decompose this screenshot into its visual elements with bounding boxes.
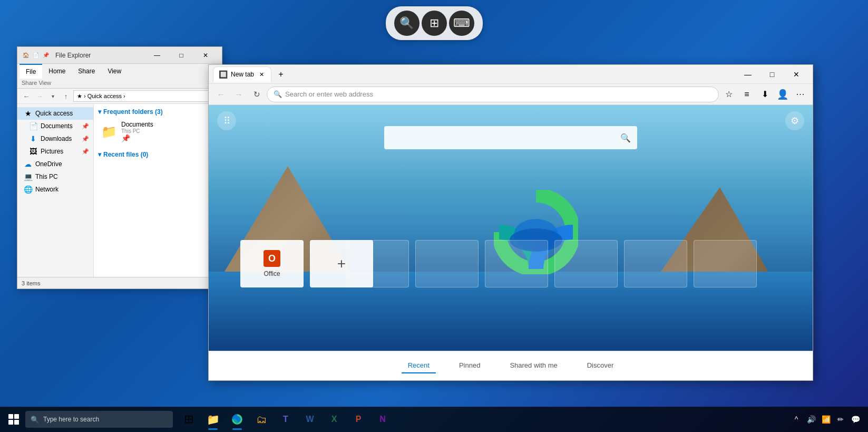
settings-gear-icon: ⚙: [791, 115, 799, 127]
fe-breadcrumb[interactable]: ★ › Quick access ›: [73, 90, 219, 102]
edge-tab-label: New tab: [231, 71, 254, 78]
fe-icon3: 📌: [42, 51, 50, 60]
folder-item-documents[interactable]: 📁 Documents This PC 📌: [98, 119, 218, 145]
edge-titlebar: 🔲 New tab ✕ + — □ ✕: [209, 65, 813, 84]
explorer2-icon: 🗂: [256, 414, 267, 426]
taskbar-powerpoint[interactable]: P: [347, 408, 370, 431]
empty-card-4: [554, 240, 618, 287]
downloads-pin: 📌: [82, 136, 89, 142]
tray-pen[interactable]: ✏: [834, 413, 847, 426]
downloads-icon: ⬇: [29, 135, 37, 143]
sidebar-item-documents[interactable]: 📄 Documents 📌: [17, 120, 93, 132]
edge-forward-button[interactable]: →: [231, 87, 247, 102]
office-letter: O: [268, 253, 276, 264]
fe-body: ★ Quick access 📄 Documents 📌 ⬇ Downloads…: [17, 104, 222, 277]
footer-tab-pinned-label: Pinned: [459, 361, 480, 369]
edge-search-bar[interactable]: 🔍: [384, 126, 637, 149]
collections-button[interactable]: ≡: [739, 87, 755, 102]
teams-icon: T: [283, 415, 288, 424]
taskbar-excel[interactable]: X: [323, 408, 346, 431]
edge-addressbar[interactable]: 🔍 Search or enter web address: [267, 87, 719, 102]
taskbar-search-icon: 🔍: [31, 416, 39, 424]
frequent-chevron: ▾: [98, 108, 101, 116]
fe-forward-button[interactable]: →: [34, 90, 45, 102]
remote-desktop-button[interactable]: ⊞: [422, 11, 447, 36]
fe-close-button[interactable]: ✕: [193, 47, 218, 64]
tray-volume[interactable]: 🔊: [805, 413, 817, 426]
zoom-button[interactable]: 🔍: [394, 11, 420, 36]
edge-back-button[interactable]: ←: [213, 87, 229, 102]
footer-tab-recent[interactable]: Recent: [402, 358, 436, 373]
documents-folder-name: Documents: [121, 121, 153, 128]
taskbar-onenote[interactable]: N: [371, 408, 394, 431]
fe-maximize-button[interactable]: □: [169, 47, 193, 64]
word-icon: W: [306, 415, 314, 424]
floating-toolbar: 🔍 ⊞ ⌨: [386, 6, 483, 40]
sidebar-thispc-label: This PC: [35, 173, 58, 180]
edge-settings-button[interactable]: ⚙: [785, 111, 804, 130]
sidebar-item-pictures[interactable]: 🖼 Pictures 📌: [17, 145, 93, 158]
footer-tab-sharedwithme[interactable]: Shared with me: [503, 358, 563, 373]
recent-chevron: ▾: [98, 151, 101, 158]
documents-icon: 📄: [29, 122, 37, 130]
edge-maximize-button[interactable]: □: [760, 65, 784, 84]
tab-file[interactable]: File: [19, 64, 42, 79]
edge-taskbar-icon: [231, 413, 243, 426]
tray-action-center[interactable]: 💬: [849, 413, 862, 426]
start-button[interactable]: [2, 408, 25, 431]
taskbar-file-explorer[interactable]: 📁: [201, 408, 225, 431]
edge-search-input[interactable]: [391, 133, 616, 142]
edge-new-tab-button[interactable]: +: [274, 67, 288, 82]
tray-network[interactable]: 📶: [820, 413, 832, 426]
fe-up-button[interactable]: ↑: [60, 90, 72, 102]
favorite-button[interactable]: ☆: [721, 87, 737, 102]
office-app-card[interactable]: O Office: [240, 240, 304, 287]
fe-recent-button[interactable]: ▾: [47, 90, 58, 102]
sidebar-item-downloads[interactable]: ⬇ Downloads 📌: [17, 132, 93, 145]
office-label: Office: [264, 270, 280, 277]
sidebar-item-quickaccess[interactable]: ★ Quick access: [17, 107, 93, 120]
tab-view[interactable]: View: [101, 64, 128, 79]
frequent-folders-header[interactable]: ▾ Frequent folders (3): [98, 108, 218, 116]
edge-toolbar-right: ☆ ≡ ⬇ 👤 ···: [721, 87, 808, 102]
taskbar-edge[interactable]: [226, 408, 249, 431]
fe-ribbon: File Home Share View Share View: [17, 64, 222, 89]
edge-tab-close-button[interactable]: ✕: [257, 70, 266, 79]
fe-back-button[interactable]: ←: [21, 90, 32, 102]
onenote-icon: N: [379, 415, 386, 424]
documents-pin: 📌: [82, 123, 89, 130]
taskbar-explorer2[interactable]: 🗂: [250, 408, 273, 431]
footer-tab-discover[interactable]: Discover: [581, 358, 620, 373]
taskbar-search[interactable]: 🔍 Type here to search: [25, 411, 173, 428]
tab-share[interactable]: Share: [72, 64, 101, 79]
taskbar-word[interactable]: W: [298, 408, 321, 431]
edge-browser-window: 🔲 New tab ✕ + — □ ✕ ← → ↻ 🔍 Search or en…: [208, 64, 813, 381]
network-icon: 🌐: [24, 185, 32, 194]
recent-files-header[interactable]: ▾ Recent files (0): [98, 151, 218, 158]
profile-button[interactable]: 👤: [775, 87, 791, 102]
sidebar-item-onedrive[interactable]: ☁ OneDrive: [17, 158, 93, 170]
more-button[interactable]: ···: [793, 87, 808, 102]
apps-grid-icon: ⠿: [223, 115, 230, 127]
sidebar-item-thispc[interactable]: 💻 This PC: [17, 170, 93, 183]
footer-tab-pinned[interactable]: Pinned: [453, 358, 486, 373]
downloads-button[interactable]: ⬇: [757, 87, 773, 102]
titlebar-icons: 🏠 📄 📌: [22, 51, 50, 60]
edge-refresh-button[interactable]: ↻: [249, 87, 265, 102]
keyboard-button[interactable]: ⌨: [449, 11, 474, 36]
search-submit-icon: 🔍: [620, 133, 631, 143]
edge-minimize-button[interactable]: —: [736, 65, 760, 84]
fe-minimize-button[interactable]: —: [145, 47, 169, 64]
edge-tab-newtab[interactable]: 🔲 New tab ✕: [213, 66, 271, 82]
breadcrumb-chevron: ›: [123, 93, 125, 99]
taskbar-taskview[interactable]: ⊞: [177, 408, 200, 431]
taskbar-teams[interactable]: T: [274, 408, 297, 431]
tray-chevron[interactable]: ^: [790, 413, 803, 426]
edge-apps-button[interactable]: ⠿: [217, 111, 236, 130]
frequent-folders-label: Frequent folders (3): [103, 108, 163, 116]
sidebar-pictures-label: Pictures: [41, 148, 63, 155]
sidebar-item-network[interactable]: 🌐 Network: [17, 183, 93, 196]
edge-close-button[interactable]: ✕: [784, 65, 808, 84]
tab-home[interactable]: Home: [42, 64, 72, 79]
pictures-pin: 📌: [82, 148, 89, 155]
